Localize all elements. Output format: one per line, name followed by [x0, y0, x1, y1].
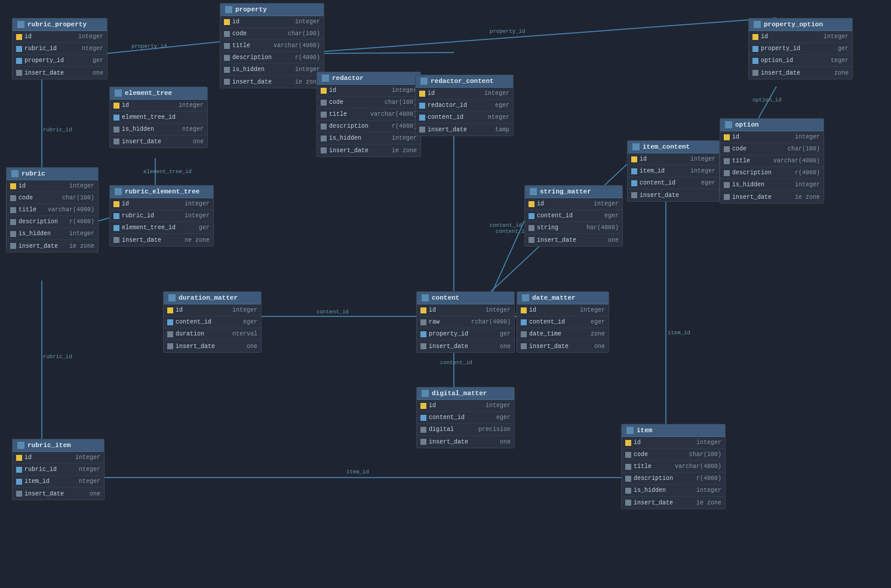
table-property-option[interactable]: property_option id integer property_id g… [748, 18, 853, 79]
field-type: integer [690, 168, 715, 174]
field-name: insert_date [428, 127, 493, 133]
regular-icon [529, 225, 534, 231]
field-name: id [176, 307, 230, 313]
field-type: integer [486, 402, 511, 409]
table-rubric-item[interactable]: rubric_item id integer rubric_id nteger … [12, 439, 105, 500]
table-row: duration nterval [164, 328, 261, 340]
fk-icon [420, 331, 426, 337]
field-name: title [19, 207, 45, 213]
field-type: eger [243, 319, 257, 325]
field-type: integer [484, 90, 509, 97]
field-name: item_id [640, 168, 688, 174]
table-header-rubric-element-tree: rubric_element_tree [110, 186, 213, 198]
table-row: insert_date tamp [416, 124, 513, 136]
field-type: ie zone [392, 147, 417, 154]
svg-line-0 [105, 42, 220, 54]
field-name: id [329, 87, 389, 94]
table-header-redactor-content: redactor_content [416, 75, 513, 88]
field-type: nteger [488, 114, 509, 121]
field-name: title [232, 42, 271, 49]
field-type: char(100) [385, 99, 417, 106]
table-property[interactable]: property id integer code char(100) title… [220, 3, 324, 88]
fk-icon [631, 180, 637, 186]
table-string-matter[interactable]: string_matter id integer content_id eger… [524, 185, 623, 247]
table-row: title varchar(4000) [720, 155, 824, 167]
table-header-string-matter: string_matter [525, 186, 622, 198]
field-name: id [24, 33, 76, 40]
field-name: insert_date [634, 500, 694, 506]
table-name-item: item [637, 427, 652, 434]
field-name: rubric_id [24, 466, 76, 473]
field-type: varchar(4000) [48, 207, 94, 213]
table-row: is_hidden nteger [110, 124, 207, 136]
field-name: item_id [24, 478, 76, 485]
table-row: content_id eger [525, 210, 622, 222]
table-row: insert_date ie zone [720, 191, 824, 203]
table-row: code char(100) [317, 97, 420, 109]
table-rubric-property[interactable]: rubric_property id integer rubric_id nte… [12, 18, 107, 79]
table-name-item-content: item_content [643, 143, 690, 150]
field-type: tamp [495, 127, 509, 133]
regular-icon [224, 43, 230, 49]
field-name: insert_date [429, 439, 497, 445]
pk-icon [16, 455, 22, 461]
field-name: description [634, 475, 694, 482]
table-row: id integer [110, 198, 213, 210]
field-type: har(4000) [586, 224, 619, 231]
field-name: insert_date [176, 343, 244, 350]
field-type: r(4000) [69, 218, 94, 225]
fk-icon [16, 58, 22, 64]
table-row: property_id ger [417, 328, 514, 340]
regular-icon [724, 194, 730, 200]
table-name-content: content [432, 294, 459, 301]
table-row: content_id eger [164, 316, 261, 328]
table-row: id integer [317, 85, 420, 97]
table-row: property_id ger [13, 55, 107, 67]
table-digital-matter[interactable]: digital_matter id integer content_id ege… [416, 387, 515, 448]
table-row: property_id ger [749, 43, 852, 55]
table-content[interactable]: content id integer raw rchar(4000) prope… [416, 291, 515, 353]
field-type: zone [591, 331, 605, 337]
table-row: id integer [417, 304, 514, 316]
field-type: char(100) [788, 146, 820, 152]
table-row: insert_date zone [749, 67, 852, 79]
table-name-redactor: redactor [332, 75, 364, 82]
field-name: option_id [761, 57, 828, 64]
table-row: insert_date ie zone [7, 240, 98, 252]
table-rubric[interactable]: rubric id integer code char(100) title v… [6, 167, 99, 253]
field-type: teger [831, 57, 849, 64]
field-type: ger [500, 331, 511, 337]
table-redactor[interactable]: redactor id integer code char(100) title… [317, 72, 421, 157]
table-date-matter[interactable]: date_matter id integer content_id eger d… [517, 291, 609, 353]
table-row: insert_date one [164, 340, 261, 352]
field-type: ie zone [696, 500, 721, 506]
table-option[interactable]: option id integer code char(100) title v… [720, 118, 824, 204]
svg-text:option_id: option_id [752, 97, 782, 103]
regular-icon [521, 331, 527, 337]
table-header-item: item [622, 424, 725, 437]
table-header-property: property [220, 4, 324, 16]
table-item[interactable]: item id integer code char(100) title var… [621, 424, 726, 509]
field-type: varchar(4000) [773, 158, 820, 164]
field-name: insert_date [24, 491, 87, 497]
table-header-element-tree: element_tree [110, 87, 207, 100]
field-type: varchar(4000) [675, 463, 721, 470]
table-redactor-content[interactable]: redactor_content id integer redactor_id … [415, 75, 514, 136]
table-row: id integer [525, 198, 622, 210]
table-icon [530, 188, 537, 195]
svg-text:content_id: content_id [317, 309, 349, 315]
table-name-property-option: property_option [764, 21, 823, 28]
field-name: code [19, 195, 60, 201]
svg-text:element_tree_id: element_tree_id [143, 169, 192, 175]
table-element-tree[interactable]: element_tree id integer element_tree_id … [109, 87, 208, 148]
table-row: id integer [417, 400, 514, 412]
table-duration-matter[interactable]: duration_matter id integer content_id eg… [163, 291, 262, 353]
table-rubric-element-tree[interactable]: rubric_element_tree id integer rubric_id… [109, 185, 214, 247]
regular-icon [529, 237, 534, 243]
field-name: content_id [176, 319, 241, 325]
regular-icon [625, 488, 631, 494]
field-name: id [122, 201, 182, 207]
field-name: id [640, 156, 688, 162]
table-item-content[interactable]: item_content id integer item_id integer … [627, 140, 720, 202]
field-name: id [529, 307, 577, 313]
